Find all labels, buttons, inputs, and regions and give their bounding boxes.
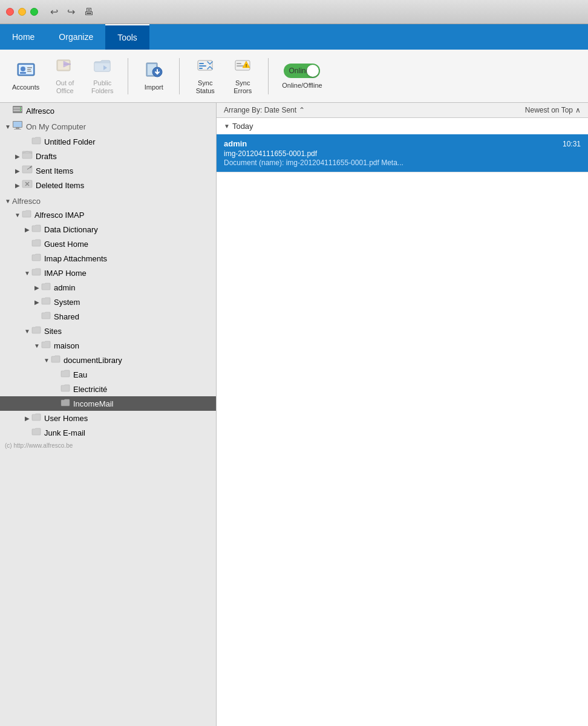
email-subject: img-201204111655-0001.pdf [224, 149, 581, 158]
folder-icon [41, 296, 51, 307]
sort-order[interactable]: Newest on Top ∧ [525, 106, 581, 114]
toggle-switch[interactable]: Online [284, 64, 320, 78]
folder-icon [41, 282, 51, 293]
sidebar-label: Drafts [36, 152, 57, 161]
sidebar-item-user-homes[interactable]: User Homes [0, 411, 216, 425]
import-button[interactable]: Import [136, 57, 172, 95]
folder-icon [41, 311, 51, 322]
sidebar-item-untitled-folder[interactable]: Untitled Folder [0, 134, 216, 149]
sidebar-item-maison[interactable]: maison [0, 338, 216, 353]
svg-text:!: ! [246, 63, 247, 68]
sync-errors-icon: ! [233, 57, 252, 77]
sidebar-item-incomemail[interactable]: IncomeMail [0, 396, 216, 411]
sync-status-button[interactable]: SyncStatus [187, 53, 223, 99]
sidebar-item-admin[interactable]: admin [0, 280, 216, 295]
titlebar-actions: ↩ ↪ 🖶 [50, 6, 94, 18]
sidebar-item-system[interactable]: System [0, 295, 216, 309]
sidebar-label: System [54, 298, 80, 307]
sidebar-item-document-library[interactable]: documentLibrary [0, 353, 216, 367]
main-layout: Alfresco On My Computer Untitled Folder … [0, 103, 588, 726]
folder-icon [22, 209, 31, 220]
svg-rect-17 [199, 68, 203, 69]
print-icon[interactable]: 🖶 [84, 7, 94, 18]
sidebar-item-guest-home[interactable]: Guest Home [0, 237, 216, 251]
folder-icon [31, 413, 41, 424]
titlebar: ↩ ↪ 🖶 [0, 0, 588, 24]
folder-icon [60, 369, 70, 380]
folder-icon [31, 224, 41, 235]
maximize-button[interactable] [30, 8, 38, 16]
sidebar-item-data-dictionary[interactable]: Data Dictionary [0, 222, 216, 237]
toggle-knob [307, 65, 319, 77]
traffic-lights [6, 8, 38, 16]
accounts-icon [16, 61, 36, 81]
sidebar-label: documentLibrary [64, 356, 122, 365]
sidebar-label: On My Computer [26, 122, 86, 131]
sidebar-item-on-my-computer[interactable]: On My Computer [0, 119, 216, 134]
sidebar-item-alfresco-imap[interactable]: Alfresco IMAP [0, 208, 216, 222]
sidebar-label: IMAP Home [44, 269, 87, 278]
sidebar-item-alfresco-top[interactable]: Alfresco [0, 103, 216, 119]
sidebar-item-eau[interactable]: Eau [0, 367, 216, 382]
sidebar-item-imap-attachments[interactable]: Imap Attachments [0, 251, 216, 266]
sidebar-item-imap-home[interactable]: IMAP Home [0, 266, 216, 280]
tab-organize[interactable]: Organize [47, 24, 105, 50]
sidebar-label: Alfresco [26, 106, 54, 116]
sidebar-item-alfresco-section[interactable]: Alfresco [0, 195, 216, 208]
sidebar-item-electricite[interactable]: Electricité [0, 382, 216, 396]
sidebar-item-shared[interactable]: Shared [0, 309, 216, 324]
forward-icon[interactable]: ↪ [67, 6, 75, 18]
toolbar-sep-3 [268, 58, 269, 94]
expand-arrow [42, 357, 51, 364]
online-offline-control[interactable]: Online Online/Offline [276, 60, 328, 93]
server-icon [12, 105, 23, 117]
out-of-office-button[interactable]: Out ofOffice [47, 53, 83, 99]
expand-arrow [13, 153, 22, 160]
sidebar-label: Sent Items [36, 166, 73, 175]
arrange-by[interactable]: Arrange By: Date Sent ⌃ [224, 106, 305, 114]
minimize-button[interactable] [18, 8, 26, 16]
back-icon[interactable]: ↩ [50, 6, 58, 18]
folder-icon [60, 384, 70, 394]
import-icon [144, 61, 163, 81]
sort-order-arrow: ∧ [575, 106, 581, 114]
folder-icon [51, 355, 60, 365]
tab-tools[interactable]: Tools [105, 24, 149, 50]
folder-icon [31, 325, 41, 336]
public-folders-label: PublicFolders [91, 79, 114, 95]
sidebar-item-junk-email[interactable]: Junk E-mail [0, 425, 216, 440]
sidebar-item-drafts[interactable]: Drafts [0, 149, 216, 163]
expand-arrow [4, 198, 12, 204]
folder-icon [60, 398, 70, 409]
email-time: 10:31 [563, 140, 581, 148]
email-header-row: admin 10:31 [224, 139, 581, 148]
svg-rect-32 [22, 151, 32, 159]
svg-point-26 [20, 108, 21, 109]
svg-point-27 [20, 110, 21, 111]
sidebar-label: Imap Attachments [44, 254, 107, 263]
sort-order-label: Newest on Top [525, 106, 573, 114]
public-folders-button[interactable]: PublicFolders [84, 53, 120, 99]
folder-icon [31, 238, 41, 249]
toolbar-sep-2 [179, 58, 180, 94]
expand-arrow [23, 328, 31, 335]
out-of-office-label: Out ofOffice [56, 79, 74, 95]
email-item[interactable]: admin 10:31 img-201204111655-0001.pdf Do… [217, 134, 588, 172]
svg-rect-19 [237, 63, 241, 64]
close-button[interactable] [6, 8, 14, 16]
sidebar-item-sites[interactable]: Sites [0, 324, 216, 338]
date-group-arrow: ▼ [224, 123, 230, 129]
sync-status-icon [195, 57, 215, 77]
sync-errors-button[interactable]: ! SyncErrors [224, 53, 261, 99]
email-preview: Document (name): img-201204111655-0001.p… [224, 159, 581, 167]
content-toolbar: Arrange By: Date Sent ⌃ Newest on Top ∧ [217, 103, 588, 118]
expand-arrow [33, 342, 41, 349]
sidebar-label: Deleted Items [36, 181, 84, 190]
sidebar-label: Data Dictionary [44, 225, 98, 234]
tab-home[interactable]: Home [0, 24, 47, 50]
sidebar-item-deleted-items[interactable]: Deleted Items [0, 178, 216, 192]
sidebar-item-sent-items[interactable]: Sent Items [0, 163, 216, 178]
accounts-button[interactable]: Accounts [6, 57, 45, 95]
expand-arrow [13, 168, 22, 174]
svg-rect-30 [16, 128, 19, 129]
